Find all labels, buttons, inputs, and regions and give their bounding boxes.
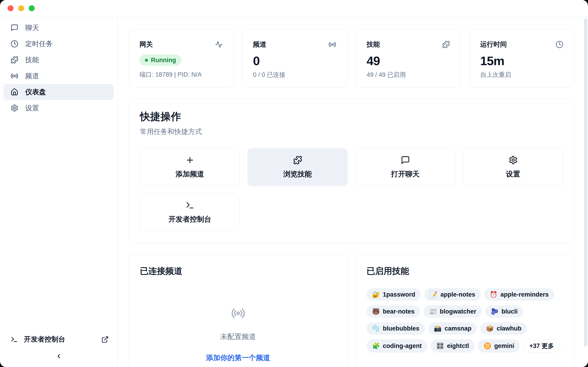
skill-name: bluebubbles xyxy=(383,325,419,332)
skill-chip-bear-notes: 🐻bear-notes xyxy=(367,305,420,318)
sidebar-item-settings[interactable]: 设置 xyxy=(4,100,114,116)
minimize-button[interactable] xyxy=(18,5,24,11)
sidebar-footer: 开发者控制台 xyxy=(4,331,114,361)
sidebar-item-label: 设置 xyxy=(25,103,39,113)
more-skills-label: +37 更多 xyxy=(529,342,554,350)
gear-icon xyxy=(509,156,518,165)
connected-channels-panel: 已连接频道 未配置频道 添加你的第一个频道 xyxy=(129,255,347,367)
chat-bubble-icon xyxy=(10,24,18,32)
skill-emoji: 📰 xyxy=(429,308,437,315)
skills-chip-list: 🔐1password📝apple-notes⏰apple-reminders🐻b… xyxy=(367,288,563,352)
add-first-channel-link[interactable]: 添加你的第一个频道 xyxy=(206,353,270,363)
sidebar-item-channels[interactable]: 频道 xyxy=(4,68,114,84)
bottom-row: 已连接频道 未配置频道 添加你的第一个频道 已启用技能 🔐1password📝a… xyxy=(129,255,574,367)
skill-chip-clawhub: 📦clawhub xyxy=(480,322,527,335)
broadcast-icon xyxy=(231,306,245,320)
skill-chip-1password: 🔐1password xyxy=(367,288,421,301)
skill-chip-coding-agent: 🧩coding-agent xyxy=(367,339,427,352)
quick-action-settings[interactable]: 设置 xyxy=(463,148,563,186)
main-content: 网关Running端口: 18789 | PID: N/A频道00 / 0 已连… xyxy=(118,17,588,367)
stat-value: 15m xyxy=(480,54,564,68)
skill-emoji: 🫧 xyxy=(372,325,380,332)
skill-emoji: 📸 xyxy=(434,325,442,332)
stat-title: 网关 xyxy=(139,40,153,49)
sidebar-item-label: 技能 xyxy=(25,55,39,65)
skill-emoji: 🧩 xyxy=(372,342,380,350)
activity-icon xyxy=(215,41,223,48)
quick-action-label: 添加频道 xyxy=(176,169,204,179)
skill-chip-blucli: 🫐blucli xyxy=(485,305,523,318)
stat-subtext: 0 / 0 已连接 xyxy=(253,71,337,79)
sidebar-item-dashboard[interactable]: 仪表盘 xyxy=(4,84,114,100)
external-link-icon xyxy=(101,336,109,343)
titlebar[interactable] xyxy=(0,0,588,17)
enabled-skills-title: 已启用技能 xyxy=(367,265,563,277)
traffic-lights xyxy=(8,5,35,11)
stats-row: 网关Running端口: 18789 | PID: N/A频道00 / 0 已连… xyxy=(129,29,574,88)
sidebar-item-chat[interactable]: 聊天 xyxy=(4,20,114,36)
gear-icon xyxy=(10,104,18,112)
skill-chip-apple-reminders: ⏰apple-reminders xyxy=(484,288,554,301)
more-skills-button[interactable]: +37 更多 xyxy=(523,339,560,352)
sidebar-collapse-button[interactable] xyxy=(4,348,114,361)
stat-title: 运行时间 xyxy=(480,40,507,49)
app-body: 聊天定时任务技能频道仪表盘设置 开发者控制台 网关Running端口: 1878… xyxy=(0,17,588,367)
skill-name: blogwatcher xyxy=(440,308,476,315)
connected-channels-title: 已连接频道 xyxy=(140,265,336,277)
scrollbar-thumb[interactable] xyxy=(584,18,587,347)
stat-title: 技能 xyxy=(367,40,380,49)
stat-card-skills: 技能4949 / 49 已启用 xyxy=(356,29,461,88)
quick-action-browse-skills[interactable]: 浏览技能 xyxy=(248,148,347,186)
plus-icon xyxy=(185,156,195,165)
puzzle-icon xyxy=(10,56,18,64)
quick-action-dev-console[interactable]: 开发者控制台 xyxy=(140,194,240,231)
sidebar-item-skills[interactable]: 技能 xyxy=(4,52,114,68)
quick-actions-card: 快捷操作 常用任务和快捷方式 添加频道浏览技能打开聊天设置开发者控制台 xyxy=(129,99,574,243)
skill-emoji: 📝 xyxy=(430,291,438,298)
app-window: 聊天定时任务技能频道仪表盘设置 开发者控制台 网关Running端口: 1878… xyxy=(0,0,588,367)
status-dot xyxy=(145,59,148,62)
skill-emoji: 📦 xyxy=(486,325,493,332)
quick-actions-subtitle: 常用任务和快捷方式 xyxy=(140,127,563,136)
skill-name: apple-notes xyxy=(440,291,475,298)
sidebar: 聊天定时任务技能频道仪表盘设置 开发者控制台 xyxy=(0,17,118,367)
stat-subtext: 49 / 49 已启用 xyxy=(367,71,450,79)
status-badge: Running xyxy=(139,55,182,66)
stat-subtext: 自上次重启 xyxy=(480,71,564,79)
skill-name: blucli xyxy=(502,308,518,315)
quick-action-label: 浏览技能 xyxy=(284,169,312,179)
terminal-icon xyxy=(185,201,195,210)
stat-subtext: 端口: 18789 | PID: N/A xyxy=(139,70,223,79)
quick-action-open-chat[interactable]: 打开聊天 xyxy=(355,148,455,186)
stat-card-uptime: 运行时间15m自上次重启 xyxy=(469,29,574,88)
clock-icon xyxy=(10,40,18,48)
zoom-button[interactable] xyxy=(29,5,35,11)
stat-value: 0 xyxy=(253,54,337,68)
dev-console-link[interactable]: 开发者控制台 xyxy=(4,331,114,348)
skill-name: apple-reminders xyxy=(501,291,549,298)
quick-actions-grid: 添加频道浏览技能打开聊天设置开发者控制台 xyxy=(140,148,563,231)
terminal-icon xyxy=(10,336,18,343)
enabled-skills-panel: 已启用技能 🔐1password📝apple-notes⏰apple-remin… xyxy=(355,255,574,367)
skill-chip-camsnap: 📸camsnap xyxy=(428,322,477,335)
skill-chip-bluebubbles: 🫧bluebubbles xyxy=(367,322,425,335)
quick-action-add-channel[interactable]: 添加频道 xyxy=(140,148,240,186)
quick-action-label: 打开聊天 xyxy=(391,169,420,179)
skill-chip-blogwatcher: 📰blogwatcher xyxy=(424,305,482,318)
skill-name: gemini xyxy=(494,342,514,350)
sidebar-item-label: 频道 xyxy=(25,71,39,81)
close-button[interactable] xyxy=(8,5,14,11)
skill-chip-gemini: ♊gemini xyxy=(478,339,520,352)
skill-chip-apple-notes: 📝apple-notes xyxy=(424,288,481,301)
skill-emoji: 🐻 xyxy=(372,308,380,315)
home-icon xyxy=(10,88,18,96)
stat-card-gateway: 网关Running端口: 18789 | PID: N/A xyxy=(129,29,233,88)
skill-name: 1password xyxy=(383,291,415,298)
chevron-left-icon xyxy=(55,353,62,360)
sidebar-item-cron[interactable]: 定时任务 xyxy=(4,36,114,52)
skill-name: camsnap xyxy=(444,325,471,332)
skill-name: bear-notes xyxy=(383,308,415,315)
skill-emoji: ♊ xyxy=(484,342,491,350)
skill-emoji: 🎛️ xyxy=(436,342,444,350)
skill-name: clawhub xyxy=(497,325,521,332)
